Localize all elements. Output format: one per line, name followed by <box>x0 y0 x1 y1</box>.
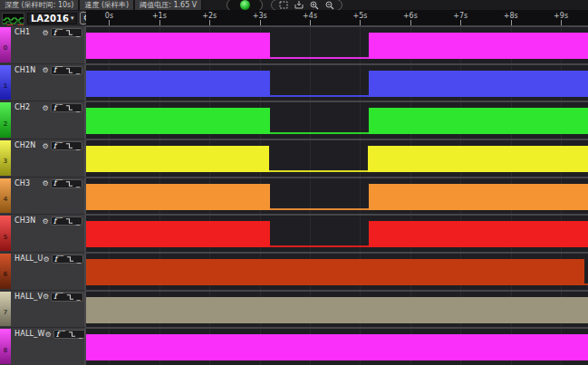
frequency-icon[interactable]: f <box>53 104 56 112</box>
zoom-in-icon[interactable] <box>310 1 319 10</box>
channel-header: 5 CH3N ⚙ f ‾ _ <box>0 214 86 252</box>
frequency-icon[interactable]: f <box>53 217 56 226</box>
falling-edge-trigger-icon[interactable] <box>65 104 73 111</box>
channel-number: 1 <box>0 82 11 90</box>
wave-segment-low <box>270 95 369 97</box>
zoom-out-icon[interactable] <box>325 1 334 10</box>
channel-gear-icon[interactable]: ⚙ <box>43 293 49 301</box>
channel-gear-icon[interactable]: ⚙ <box>42 29 48 37</box>
high-level-trigger-icon[interactable]: ‾ <box>62 332 65 337</box>
channel-row: 3 CH2N ⚙ f ‾ _ <box>0 139 588 177</box>
ruler-tick-label: +6s <box>403 12 418 20</box>
channel-wave-lane[interactable] <box>86 25 588 63</box>
low-level-trigger-icon[interactable]: _ <box>76 178 80 189</box>
channel-color-stripe: 1 <box>0 65 11 101</box>
channel-row: 8 HALL_W ⚙ f ‾ _ <box>0 327 588 365</box>
wave-segment-high <box>86 221 270 247</box>
trigger-chip: f ‾ _ <box>51 141 82 150</box>
falling-edge-trigger-icon[interactable] <box>65 142 73 149</box>
falling-edge-trigger-icon[interactable] <box>66 255 74 263</box>
channel-wave-lane[interactable] <box>86 139 588 177</box>
falling-edge-trigger-icon[interactable] <box>65 29 73 36</box>
device-dropdown[interactable]: LA2016 ▾ <box>27 13 77 24</box>
device-name: LA2016 <box>31 14 69 24</box>
frequency-icon[interactable]: f <box>56 331 59 339</box>
channel-wave-lane[interactable] <box>86 252 588 290</box>
channel-row: 2 CH2 ⚙ f ‾ _ <box>0 101 588 139</box>
trigger-chip: f ‾ _ <box>51 103 82 112</box>
channel-label: CH3N <box>14 216 35 225</box>
channel-number: 0 <box>0 44 11 52</box>
high-level-trigger-icon[interactable]: ‾ <box>60 257 63 262</box>
channel-wave-lane[interactable] <box>86 327 588 365</box>
frequency-icon[interactable]: f <box>53 293 56 301</box>
low-level-trigger-icon[interactable]: _ <box>79 329 82 341</box>
channel-label: CH2 <box>14 103 30 111</box>
channel-gear-icon[interactable]: ⚙ <box>42 217 48 226</box>
high-level-trigger-icon[interactable]: ‾ <box>59 144 63 149</box>
wave-segment-low <box>270 208 369 210</box>
channel-row: 0 CH1 ⚙ f ‾ _ <box>0 25 588 63</box>
channel-label: HALL_V <box>14 293 43 301</box>
falling-edge-trigger-icon[interactable] <box>68 331 76 338</box>
chevron-down-icon: ▾ <box>71 14 74 24</box>
high-level-trigger-icon[interactable]: ‾ <box>59 106 63 110</box>
channel-gear-icon[interactable]: ⚙ <box>42 104 48 112</box>
channel-color-stripe: 3 <box>0 140 11 176</box>
channel-wave-lane[interactable] <box>86 177 588 215</box>
wave-segment-low <box>584 283 588 285</box>
high-level-trigger-icon[interactable]: ‾ <box>59 31 63 35</box>
wave-segment-high <box>369 71 588 97</box>
frequency-icon[interactable]: f <box>53 179 56 187</box>
channel-wave-lane[interactable] <box>86 290 588 328</box>
low-level-trigger-icon[interactable]: _ <box>76 140 80 152</box>
falling-edge-trigger-icon[interactable] <box>65 180 73 187</box>
low-level-trigger-icon[interactable]: _ <box>76 102 80 114</box>
low-level-trigger-icon[interactable]: _ <box>77 291 81 303</box>
ruler-tick-label: +8s <box>504 12 518 20</box>
wave-segment-high <box>86 33 270 59</box>
channel-header: 4 CH3 ⚙ f ‾ _ <box>0 177 86 215</box>
trigger-chip: f ‾ _ <box>53 330 85 339</box>
falling-edge-trigger-icon[interactable] <box>65 67 73 74</box>
channel-color-stripe: 7 <box>0 292 11 327</box>
frequency-icon[interactable]: f <box>54 255 57 264</box>
channel-gear-icon[interactable]: ⚙ <box>43 255 49 264</box>
ruler-tick-label: +2s <box>202 12 217 20</box>
wave-segment-high <box>86 259 584 285</box>
channel-gear-icon[interactable]: ⚙ <box>42 66 48 74</box>
low-level-trigger-icon[interactable]: _ <box>76 64 80 76</box>
frequency-icon[interactable]: f <box>53 66 56 74</box>
low-level-trigger-icon[interactable]: _ <box>77 254 81 265</box>
channel-wave-lane[interactable] <box>86 214 588 252</box>
trigger-chip: f ‾ _ <box>51 28 82 37</box>
channel-wave-lane[interactable] <box>86 63 588 101</box>
channel-wave-lane[interactable] <box>86 101 588 139</box>
high-level-trigger-icon[interactable]: ‾ <box>59 219 63 224</box>
high-level-trigger-icon[interactable]: ‾ <box>59 68 63 72</box>
channel-gear-icon[interactable]: ⚙ <box>42 179 48 187</box>
channel-gear-icon[interactable]: ⚙ <box>45 331 52 339</box>
falling-edge-trigger-icon[interactable] <box>66 293 74 301</box>
high-level-trigger-icon[interactable]: ‾ <box>59 181 63 186</box>
ruler-tick-label: +5s <box>352 12 367 20</box>
time-ruler[interactable]: 0s+1s+2s+3s+4s+5s+6s+7s+8s+9s <box>86 10 588 25</box>
low-level-trigger-icon[interactable]: _ <box>76 27 80 39</box>
channel-label: CH2N <box>14 141 35 149</box>
channel-color-stripe: 4 <box>0 178 11 214</box>
channel-header: 1 CH1N ⚙ f ‾ _ <box>0 63 86 101</box>
wave-segment-high <box>86 297 588 323</box>
high-level-trigger-icon[interactable]: ‾ <box>60 294 63 299</box>
channel-header: 8 HALL_W ⚙ f ‾ _ <box>0 327 86 365</box>
channel-header: 7 HALL_V ⚙ f ‾ _ <box>0 290 86 328</box>
wave-segment-high <box>369 108 588 134</box>
device-selector-row: LA2016 ▾ ⚙ <box>0 11 84 25</box>
marquee-select-icon[interactable] <box>279 1 288 9</box>
channel-number: 2 <box>0 120 11 128</box>
export-icon[interactable] <box>294 1 304 9</box>
frequency-icon[interactable]: f <box>53 29 56 37</box>
falling-edge-trigger-icon[interactable] <box>65 217 73 225</box>
channel-gear-icon[interactable]: ⚙ <box>42 142 48 150</box>
frequency-icon[interactable]: f <box>53 142 56 150</box>
low-level-trigger-icon[interactable]: _ <box>76 216 80 227</box>
